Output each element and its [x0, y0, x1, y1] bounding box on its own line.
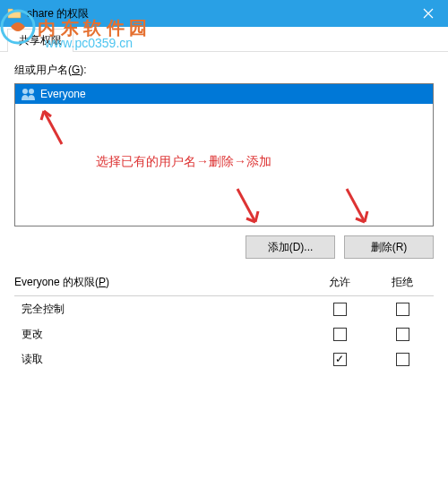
- watermark-logo-icon: [0, 9, 36, 45]
- annotation-text: 选择已有的用户名→删除→添加: [96, 154, 271, 170]
- svg-point-2: [29, 89, 34, 94]
- allow-checkbox[interactable]: [333, 353, 347, 366]
- label-hotkey: G: [72, 64, 80, 76]
- button-row: 添加(D)... 删除(R): [14, 235, 434, 259]
- allow-header: 允许: [308, 275, 371, 290]
- label-hotkey: P: [99, 276, 106, 288]
- label-text: ): [106, 276, 109, 288]
- label-text: Everyone 的权限(: [14, 276, 99, 288]
- deny-checkbox[interactable]: [396, 328, 409, 341]
- deny-header: 拒绝: [371, 275, 434, 290]
- permission-name: 更改: [14, 327, 308, 342]
- permission-name: 读取: [14, 352, 308, 367]
- permission-name: 完全控制: [14, 302, 308, 317]
- arrow-annotation-icon: [228, 184, 264, 229]
- table-row: 读取: [14, 346, 434, 372]
- permissions-table: 完全控制 更改 读取: [14, 295, 434, 372]
- add-button[interactable]: 添加(D)...: [246, 235, 335, 259]
- svg-point-1: [22, 89, 28, 94]
- arrow-annotation-icon: [35, 104, 71, 149]
- group-users-label: 组或用户名(G):: [14, 63, 434, 78]
- permissions-header: Everyone 的权限(P) 允许 拒绝: [14, 275, 434, 290]
- list-item[interactable]: Everyone: [15, 84, 433, 104]
- table-row: 更改: [14, 321, 434, 346]
- allow-checkbox[interactable]: [333, 303, 347, 316]
- deny-checkbox[interactable]: [396, 303, 409, 316]
- allow-checkbox[interactable]: [333, 328, 347, 341]
- table-row: 完全控制: [14, 296, 434, 321]
- deny-checkbox[interactable]: [396, 353, 409, 366]
- close-icon: [423, 8, 434, 19]
- close-button[interactable]: [408, 0, 448, 27]
- arrow-annotation-icon: [338, 184, 374, 229]
- list-item-label: Everyone: [40, 88, 86, 100]
- dialog-content: 组或用户名(G): Everyone 选择已有的用户名→删除→添加: [0, 52, 448, 382]
- watermark: 内 东 软 件 园 www.pc0359.cn: [0, 9, 36, 48]
- label-text: 组或用户名(: [14, 64, 72, 76]
- remove-button[interactable]: 删除(R): [344, 235, 434, 259]
- watermark-url: www.pc0359.cn: [45, 36, 133, 50]
- permissions-label: Everyone 的权限(P): [14, 275, 308, 290]
- users-listbox[interactable]: Everyone 选择已有的用户名→删除→添加: [14, 83, 434, 226]
- label-text: ):: [80, 64, 86, 76]
- people-icon: [21, 88, 37, 100]
